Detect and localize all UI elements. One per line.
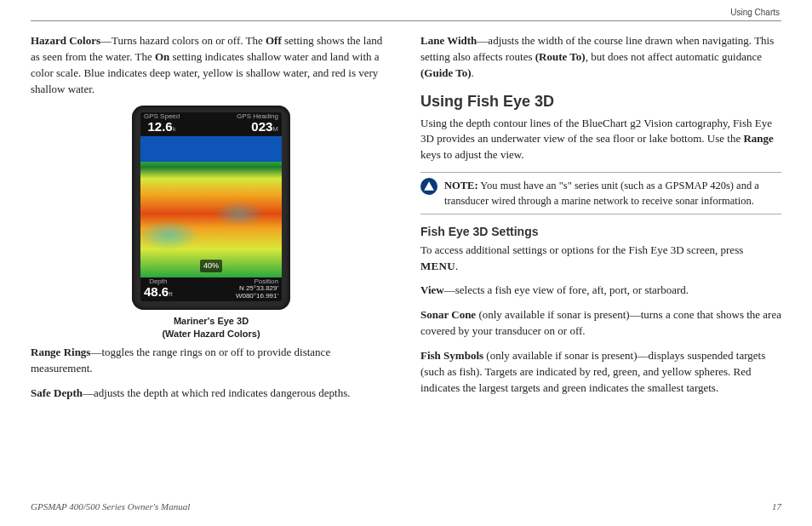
text: —adjusts the depth at which red indicate… — [83, 386, 350, 399]
note-label: NOTE: — [444, 180, 478, 192]
terrain-view — [140, 136, 282, 277]
page-footer: GPSMAP 400/500 Series Owner's Manual 17 — [31, 500, 781, 514]
gps-heading-unit: M — [272, 125, 278, 133]
term-range-rings: Range Rings — [31, 346, 90, 358]
gps-heading-value: 023 — [251, 119, 272, 134]
zoom-percent: 40% — [200, 260, 222, 272]
term-on: On — [155, 50, 169, 63]
term-range: Range — [743, 132, 773, 145]
term-guide-to: (Guide To) — [420, 66, 472, 79]
note-body: You must have an "s" series unit (such a… — [444, 180, 759, 207]
gps-speed-value: 12.6 — [148, 119, 173, 134]
device-screen: GPS Speed 12.6k GPS Heading 023M 40% Dep… — [140, 112, 282, 301]
figure-caption-l2: (Water Hazard Colors) — [31, 328, 392, 340]
depth-value: 48.6 — [144, 284, 169, 299]
para-sonar-cone: Sonar Cone (only available if sonar is p… — [420, 307, 781, 340]
text: . — [455, 260, 458, 272]
term-hazard-colors: Hazard Colors — [31, 34, 100, 47]
text: —Turns hazard colors on or off. The — [100, 34, 266, 47]
manual-title: GPSMAP 400/500 Series Owner's Manual — [31, 500, 190, 514]
depth-unit: ft — [169, 290, 172, 298]
page-number: 17 — [772, 500, 781, 514]
para-lane-width: Lane Width—adjusts the width of the cour… — [420, 33, 781, 82]
para-fish-symbols: Fish Symbols (only available if sonar is… — [420, 348, 781, 397]
text: keys to adjust the view. — [420, 148, 524, 161]
top-rule — [31, 20, 781, 21]
term-fish-symbols: Fish Symbols — [420, 349, 483, 362]
section-header: Using Charts — [730, 7, 780, 20]
term-lane-width: Lane Width — [420, 34, 477, 47]
text: . — [472, 66, 474, 79]
figure-caption-l1: Mariner's Eye 3D — [31, 315, 392, 327]
screen-top-bar: GPS Speed 12.6k GPS Heading 023M — [140, 112, 282, 136]
heading-fish-eye-settings: Fish Eye 3D Settings — [420, 223, 781, 240]
term-route-to: (Route To) — [535, 50, 586, 63]
note-box: NOTE: You must have an "s" series unit (… — [420, 172, 781, 214]
term-sonar-cone: Sonar Cone — [420, 308, 476, 321]
term-menu: MENU — [420, 260, 455, 272]
text: To access additional settings or options… — [420, 243, 743, 256]
term-safe-depth: Safe Depth — [31, 386, 83, 399]
figure-mariners-eye: GPS Speed 12.6k GPS Heading 023M 40% Dep… — [31, 106, 392, 340]
text: —selects a fish eye view of fore, aft, p… — [444, 283, 689, 296]
left-column: Hazard Colors—Turns hazard colors on or … — [31, 33, 392, 410]
right-column: Lane Width—adjusts the width of the cour… — [420, 33, 781, 410]
gps-speed-unit: k — [173, 125, 176, 133]
text: Using the depth contour lines of the Blu… — [420, 117, 772, 146]
para-safe-depth: Safe Depth—adjusts the depth at which re… — [31, 386, 392, 402]
device-frame: GPS Speed 12.6k GPS Heading 023M 40% Dep… — [132, 106, 290, 310]
note-icon — [420, 178, 437, 195]
para-hazard-colors: Hazard Colors—Turns hazard colors on or … — [31, 33, 392, 97]
para-fish-eye-intro: Using the depth contour lines of the Blu… — [420, 116, 781, 164]
position-lon: W080°16.991' — [236, 293, 278, 300]
term-view: View — [420, 283, 444, 296]
term-off: Off — [266, 34, 282, 47]
text: , but does not affect automatic guidance — [586, 50, 762, 63]
para-range-rings: Range Rings—toggles the range rings on o… — [31, 345, 392, 377]
para-view: View—selects a fish eye view of fore, af… — [420, 283, 781, 299]
screen-bottom-bar: Depth 48.6ft Position N 25°33.829' W080°… — [140, 277, 282, 301]
para-settings-intro: To access additional settings or options… — [420, 243, 781, 275]
heading-fish-eye-3d: Using Fish Eye 3D — [420, 90, 781, 112]
content-columns: Hazard Colors—Turns hazard colors on or … — [31, 33, 781, 410]
